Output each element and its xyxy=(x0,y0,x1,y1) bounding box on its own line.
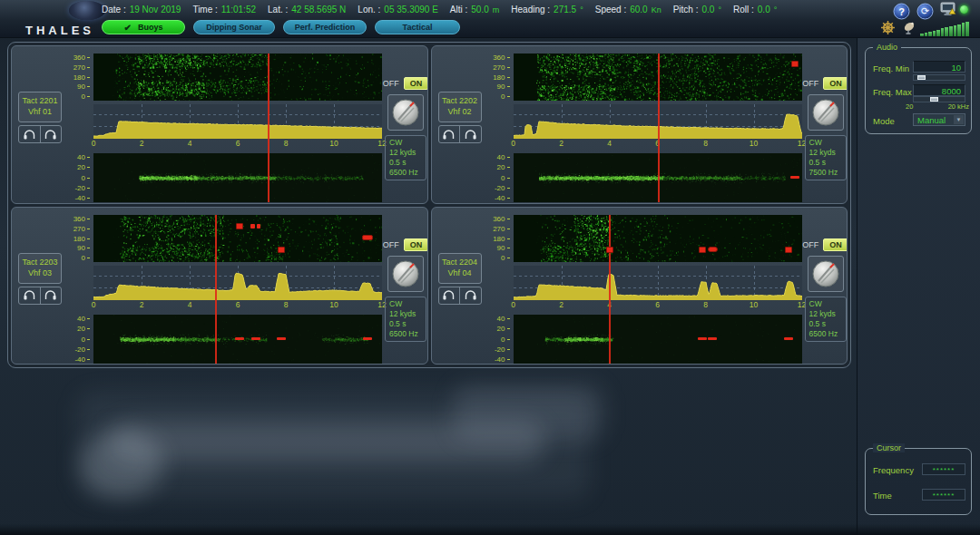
mode-dropdown[interactable]: Manual ▼ xyxy=(913,113,965,126)
buoy-label-box[interactable]: Tact 2202 Vhf 02 xyxy=(438,92,482,122)
doppler-contact-marker[interactable] xyxy=(698,337,707,340)
off-toggle[interactable]: OFF xyxy=(802,79,818,88)
cursor-frequency-value: ****** xyxy=(922,463,965,475)
pulse-frequency: 6500 Hz xyxy=(389,329,422,339)
buoy-label-box[interactable]: Tact 2201 Vhf 01 xyxy=(18,92,62,122)
time-cursor[interactable] xyxy=(658,54,660,202)
contact-marker[interactable] xyxy=(699,247,706,253)
gain-knob[interactable] xyxy=(808,256,844,292)
chevron-down-icon[interactable]: ▼ xyxy=(954,115,964,124)
buoy-label-box[interactable]: Tact 2203 Vhf 03 xyxy=(18,253,62,284)
on-toggle[interactable]: ON xyxy=(823,238,848,251)
station-status-icon[interactable] xyxy=(940,2,958,21)
freq-min-slider[interactable] xyxy=(913,74,965,81)
window-bottom-edge xyxy=(0,524,980,535)
doppler-contact-marker[interactable] xyxy=(363,337,372,340)
nav-status-row: Date :19 Nov 2019 Time :11:01:52 Lat. :4… xyxy=(102,5,777,15)
bearing-spectrogram[interactable] xyxy=(514,215,802,262)
contact-marker[interactable] xyxy=(606,247,613,253)
contact-marker[interactable] xyxy=(708,247,718,252)
left-ear-button[interactable] xyxy=(439,287,460,304)
doppler-chart[interactable] xyxy=(514,315,802,364)
pulse-info: CW 12 kyds 0.5 s 6500 Hz xyxy=(385,297,426,342)
amplitude-chart[interactable] xyxy=(93,266,382,300)
doppler-contact-marker[interactable] xyxy=(784,337,793,340)
tab-tactical[interactable]: Tactical xyxy=(375,20,460,34)
buoy-quad-grid: Tact 2201 Vhf 01 360270180900 024681012 … xyxy=(7,42,851,368)
time-field: Time :11:01:52 xyxy=(192,5,256,15)
contact-marker[interactable] xyxy=(278,247,285,253)
amplitude-chart[interactable] xyxy=(93,104,382,139)
volume-level-bars-icon[interactable] xyxy=(920,22,969,36)
left-ear-button[interactable] xyxy=(439,126,460,142)
time-cursor[interactable] xyxy=(268,54,270,202)
cursor-frequency-label: Frequency xyxy=(873,465,914,475)
time-cursor[interactable] xyxy=(609,215,611,364)
left-ear-button[interactable] xyxy=(19,126,40,142)
left-ear-button[interactable] xyxy=(19,287,40,304)
heading-field: Heading :271.5° xyxy=(511,5,583,15)
brand-logo: THALES xyxy=(25,24,94,37)
doppler-axis: 40200-20-40 xyxy=(66,153,91,202)
freq-max-value[interactable]: 8000 xyxy=(913,84,965,96)
doppler-contact-marker[interactable] xyxy=(708,337,717,340)
pulse-duration: 0.5 s xyxy=(809,319,842,329)
on-toggle[interactable]: ON xyxy=(823,77,848,90)
sync-icon[interactable]: ⟳ xyxy=(916,3,934,24)
contact-marker[interactable] xyxy=(250,224,260,229)
off-toggle[interactable]: OFF xyxy=(802,240,818,249)
svg-text:⟳: ⟳ xyxy=(921,5,929,17)
freq-min-value[interactable]: 10 xyxy=(913,61,965,73)
gain-knob[interactable] xyxy=(387,94,424,131)
on-toggle[interactable]: ON xyxy=(404,77,428,90)
audio-ear-selector xyxy=(438,125,482,143)
speed-field: Speed :60.0Kn xyxy=(595,5,662,15)
doppler-contact-marker[interactable] xyxy=(277,337,286,340)
doppler-contact-marker[interactable] xyxy=(790,176,799,179)
doppler-axis: 40200-20-40 xyxy=(66,315,91,364)
doppler-axis: 40200-20-40 xyxy=(486,153,511,202)
helm-settings-icon[interactable] xyxy=(880,20,896,39)
bearing-spectrogram[interactable] xyxy=(93,54,382,101)
pulse-mode: CW xyxy=(389,299,422,309)
time-axis: 024681012 xyxy=(93,139,382,150)
buoy-label-box[interactable]: Tact 2204 Vhf 04 xyxy=(438,253,482,284)
pulse-range: 12 kyds xyxy=(389,309,422,319)
right-ear-button[interactable] xyxy=(459,126,481,142)
off-toggle[interactable]: OFF xyxy=(383,79,399,88)
gain-knob[interactable] xyxy=(387,256,424,292)
contact-marker[interactable] xyxy=(362,235,373,240)
right-ear-button[interactable] xyxy=(459,287,481,304)
contact-marker[interactable] xyxy=(785,247,792,253)
bearing-axis: 360270180900 xyxy=(486,215,511,262)
mode-tabs: ✔Buoys Dipping Sonar Perf. Prediction Ta… xyxy=(102,20,460,34)
sonar-dish-icon[interactable] xyxy=(902,21,916,39)
doppler-chart[interactable] xyxy=(93,153,382,202)
contact-marker[interactable] xyxy=(791,61,799,67)
freq-max-slider[interactable] xyxy=(913,96,965,102)
contact-marker[interactable] xyxy=(236,223,243,229)
audio-group: Audio Freq. Min 10 Freq. Max 8000 2020 k… xyxy=(865,47,972,134)
buoy-controls: OFF ON CW 12 kyds 0.5 s 6500 Hz xyxy=(804,238,848,342)
cursor-group-title: Cursor xyxy=(873,443,905,452)
cursor-time-label: Time xyxy=(873,491,892,501)
buoy-id: Tact 2202 xyxy=(439,95,481,106)
tab-dipping-sonar[interactable]: Dipping Sonar xyxy=(193,20,275,34)
tab-perf-prediction[interactable]: Perf. Prediction xyxy=(283,20,367,34)
doppler-contact-marker[interactable] xyxy=(235,337,244,340)
roll-field: Roll :0.0° xyxy=(733,5,777,15)
pulse-duration: 0.5 s xyxy=(809,158,842,168)
right-ear-button[interactable] xyxy=(40,126,62,142)
tab-buoys[interactable]: ✔Buoys xyxy=(102,20,185,34)
bearing-spectrogram[interactable] xyxy=(93,215,382,262)
right-ear-button[interactable] xyxy=(40,287,62,304)
chart-stack: 360270180900 024681012 40200-20-40 xyxy=(66,215,382,364)
off-toggle[interactable]: OFF xyxy=(383,240,399,249)
freq-max-label: Freq. Max xyxy=(873,87,912,97)
doppler-contact-marker[interactable] xyxy=(251,337,260,340)
amplitude-chart[interactable] xyxy=(514,266,802,300)
gain-knob[interactable] xyxy=(808,94,844,131)
time-cursor[interactable] xyxy=(215,215,217,364)
bearing-axis: 360270180900 xyxy=(66,215,91,262)
on-toggle[interactable]: ON xyxy=(404,238,428,251)
